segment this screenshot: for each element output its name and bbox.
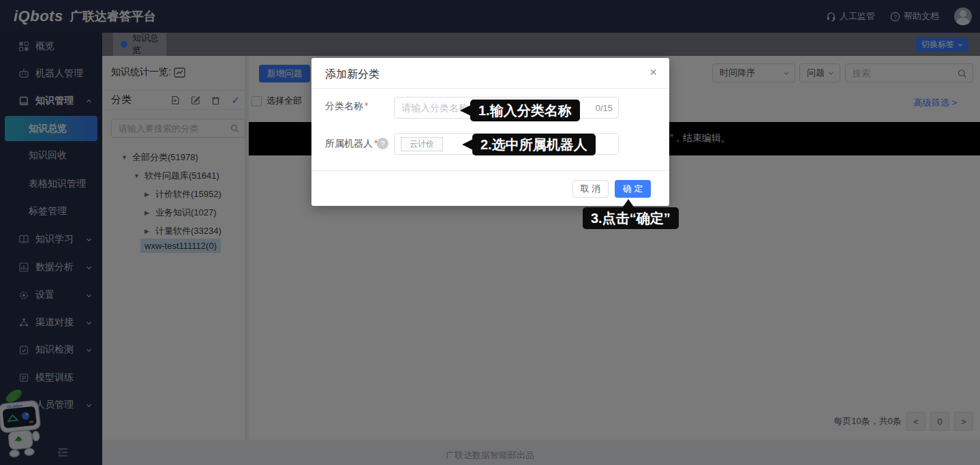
cancel-button[interactable]: 取 消 xyxy=(572,180,609,198)
arrow-left-icon xyxy=(462,139,473,150)
category-name-label: 分类名称* xyxy=(325,100,368,112)
annotation-text: 1.输入分类名称 xyxy=(478,103,572,118)
confirm-button[interactable]: 确 定 xyxy=(615,180,651,198)
app-root: iQbots 广联达睿答平台 人工监管 ? 帮助文档 概览 机器人管理 知 xyxy=(0,0,980,465)
close-icon[interactable]: × xyxy=(649,65,657,78)
char-counter: 0/15 xyxy=(596,103,613,113)
robot-tag-chip[interactable]: 云计价 xyxy=(401,137,443,151)
modal-title: 添加新分类 xyxy=(325,68,380,82)
required-asterisk: * xyxy=(365,100,368,111)
help-circle-icon[interactable]: ? xyxy=(377,138,388,149)
modal-footer: 取 消 确 定 xyxy=(311,170,669,206)
annotation-step1: 1.输入分类名称 xyxy=(470,100,580,121)
annotation-step3: 3.点击“确定” xyxy=(583,207,679,229)
arrow-left-icon xyxy=(460,105,471,116)
add-category-modal: 添加新分类 × 分类名称* 0/15 所属机器人* ? 云计价 取 消 确 定 xyxy=(311,58,669,206)
annotation-text: 3.点击“确定” xyxy=(591,211,671,226)
annotation-step2: 2.选中所属机器人 xyxy=(472,134,596,155)
robot-label: 所属机器人* xyxy=(325,138,378,150)
arrow-up-icon xyxy=(622,199,634,208)
modal-header: 添加新分类 × xyxy=(311,58,669,89)
annotation-text: 2.选中所属机器人 xyxy=(480,137,587,152)
